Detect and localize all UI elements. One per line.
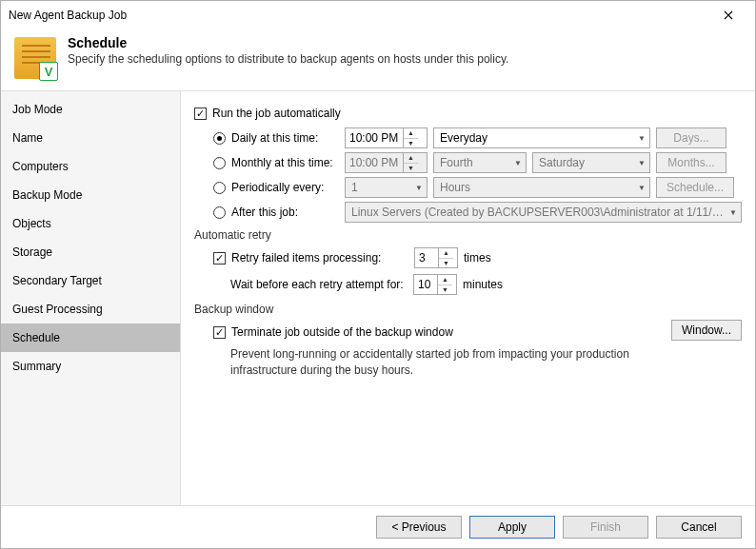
chevron-down-icon: ▼ <box>729 208 737 217</box>
sidebar-item-schedule[interactable]: Schedule <box>1 324 180 352</box>
monthly-weekday-dropdown: Saturday▼ <box>532 152 650 173</box>
monthly-time-spin: ▲▼ <box>403 153 418 172</box>
previous-button[interactable]: < Previous <box>376 516 462 539</box>
sidebar-item-guest-processing[interactable]: Guest Processing <box>1 295 180 324</box>
months-button: Months... <box>656 152 726 173</box>
retry-wait-input[interactable]: ▲▼ <box>413 274 457 295</box>
radio-periodically[interactable]: Periodically every: <box>213 181 339 194</box>
title-bar: New Agent Backup Job <box>1 1 755 29</box>
daily-recurrence-dropdown[interactable]: Everyday▼ <box>433 127 650 148</box>
sidebar-item-computers[interactable]: Computers <box>1 152 180 181</box>
sidebar-item-job-mode[interactable]: Job Mode <box>1 95 180 124</box>
sidebar-item-summary[interactable]: Summary <box>1 352 180 381</box>
chevron-down-icon: ▼ <box>514 159 522 167</box>
schedule-page-icon: V <box>12 35 58 81</box>
radio-monthly[interactable]: Monthly at this time: <box>213 156 339 169</box>
radio-daily-label: Daily at this time: <box>231 131 318 145</box>
sidebar-item-storage[interactable]: Storage <box>1 238 180 266</box>
monthly-time-input[interactable]: ▲▼ <box>345 152 428 173</box>
section-backup-window: Backup window <box>194 303 742 316</box>
window-title: New Agent Backup Job <box>9 9 709 22</box>
window-button[interactable]: Window... <box>671 320 742 341</box>
retry-wait-unit: minutes <box>463 278 503 291</box>
radio-monthly-label: Monthly at this time: <box>231 156 333 169</box>
radio-after-job-dot <box>213 206 226 219</box>
retry-times-field[interactable] <box>415 251 438 265</box>
radio-monthly-dot <box>213 157 226 169</box>
radio-daily-dot <box>213 132 226 145</box>
periodic-unit-dropdown: Hours▼ <box>433 177 650 198</box>
page-subtitle: Specify the scheduling options to distri… <box>68 52 508 66</box>
retry-times-spin[interactable]: ▲▼ <box>438 248 453 267</box>
page-title: Schedule <box>68 35 508 50</box>
terminate-label: Terminate job outside of the backup wind… <box>231 325 453 339</box>
run-automatically-label: Run the job automatically <box>212 107 341 120</box>
sidebar-item-objects[interactable]: Objects <box>1 209 180 238</box>
chevron-down-icon: ▼ <box>638 184 646 192</box>
retry-checkbox[interactable] <box>213 252 226 265</box>
daily-time-field[interactable] <box>346 131 403 145</box>
radio-daily[interactable]: Daily at this time: <box>213 131 339 145</box>
daily-time-input[interactable]: ▲▼ <box>345 127 428 148</box>
after-job-dropdown: Linux Servers (Created by BACKUPSERVER00… <box>345 202 742 223</box>
wizard-steps-sidebar: Job Mode Name Computers Backup Mode Obje… <box>1 91 181 505</box>
chevron-down-icon: ▼ <box>638 134 646 143</box>
wizard-header: V Schedule Specify the scheduling option… <box>1 29 755 91</box>
cancel-button[interactable]: Cancel <box>656 516 742 539</box>
radio-after-job-label: After this job: <box>231 206 298 219</box>
schedule-button: Schedule... <box>656 177 734 198</box>
monthly-ordinal-dropdown: Fourth▼ <box>433 152 527 173</box>
sidebar-item-backup-mode[interactable]: Backup Mode <box>1 181 180 209</box>
retry-label: Retry failed items processing: <box>231 251 414 265</box>
run-automatically-checkbox[interactable] <box>194 108 207 120</box>
chevron-down-icon: ▼ <box>415 184 423 192</box>
main-panel: Run the job automatically Daily at this … <box>181 91 755 505</box>
daily-time-spin[interactable]: ▲▼ <box>403 128 418 147</box>
apply-button[interactable]: Apply <box>469 516 555 539</box>
close-button[interactable] <box>709 2 747 29</box>
wizard-footer: < Previous Apply Finish Cancel <box>1 505 755 548</box>
retry-wait-spin[interactable]: ▲▼ <box>437 275 452 294</box>
days-button[interactable]: Days... <box>656 127 726 148</box>
monthly-time-field <box>346 156 403 169</box>
retry-times-input[interactable]: ▲▼ <box>414 247 458 268</box>
finish-button: Finish <box>563 516 648 539</box>
section-automatic-retry: Automatic retry <box>194 228 742 242</box>
retry-times-unit: times <box>464 251 491 265</box>
retry-wait-field[interactable] <box>414 278 437 291</box>
radio-after-job[interactable]: After this job: <box>213 206 339 219</box>
terminate-description: Prevent long-running or accidentally sta… <box>230 346 662 379</box>
veeam-badge-icon: V <box>39 62 58 81</box>
radio-periodically-dot <box>213 182 226 194</box>
retry-wait-label: Wait before each retry attempt for: <box>230 278 413 291</box>
sidebar-item-name[interactable]: Name <box>1 124 180 152</box>
sidebar-item-secondary-target[interactable]: Secondary Target <box>1 266 180 295</box>
periodic-number-dropdown: 1▼ <box>345 177 428 198</box>
terminate-checkbox[interactable] <box>213 326 226 339</box>
close-icon <box>724 10 733 20</box>
radio-periodically-label: Periodically every: <box>231 181 324 194</box>
chevron-down-icon: ▼ <box>638 159 646 167</box>
